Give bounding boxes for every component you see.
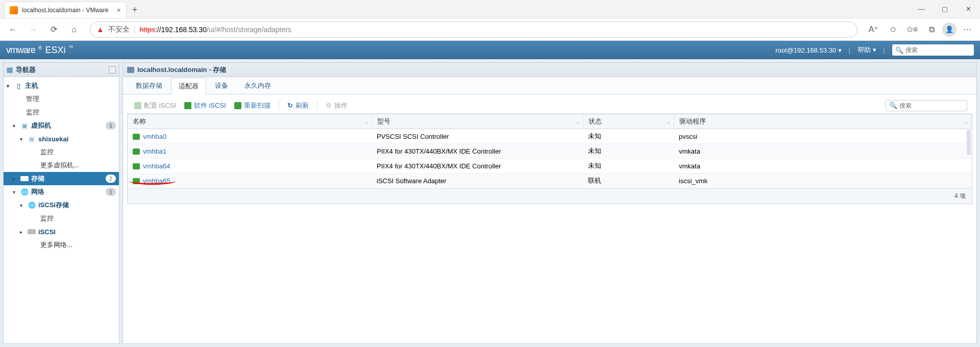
gear-icon: ⚙ (326, 102, 332, 109)
cell-name[interactable]: vmhba0 (128, 129, 372, 144)
nav-more-networks[interactable]: 更多网络... (4, 238, 119, 252)
table-search[interactable]: 🔍 (886, 100, 967, 111)
actions-button[interactable]: ⚙操作 (324, 100, 350, 111)
search-icon: 🔍 (889, 102, 897, 109)
read-aloud-icon[interactable]: A⁺ (865, 21, 882, 38)
new-tab-button[interactable]: + (127, 2, 143, 18)
url-bar[interactable]: ▲ 不安全 | https://192.168.53.30/ui/#/host/… (90, 21, 857, 38)
cell-name[interactable]: vmhba65 (128, 174, 372, 188)
table-footer: 4 项 (128, 188, 972, 204)
chevron-down-icon[interactable]: ⌄ (667, 119, 671, 125)
adapter-toolbar: 配置 iSCSI 软件 iSCSI 重新扫描 ↻刷新 ⚙操作 🔍 (127, 97, 972, 114)
table-search-input[interactable] (899, 102, 964, 109)
cell-model: PIIX4 for 430TX/440BX/MX IDE Controller (372, 144, 583, 159)
scrollbar-thumb[interactable] (967, 130, 971, 155)
cell-model: iSCSI Software Adapter (372, 174, 583, 188)
nav-host-monitor[interactable]: 监控 (4, 106, 119, 119)
rescan-button[interactable]: 重新扫描 (232, 100, 273, 111)
cell-model: PIIX4 for 430TX/440BX/MX IDE Controller (372, 159, 583, 174)
toolbar-separator (279, 101, 279, 110)
help-menu[interactable]: 帮助 ▾ (857, 45, 876, 55)
more-menu-icon[interactable]: ⋯ (959, 21, 976, 38)
navigator-icon: ▤ (7, 66, 13, 73)
navigator-collapse-icon[interactable] (109, 66, 116, 73)
tab-title: localhost.localdomain - VMware (22, 7, 108, 14)
nav-host-manage[interactable]: 管理 (4, 92, 119, 106)
iscsi-disk-icon (28, 228, 36, 235)
nav-network[interactable]: ▾网络1 (4, 185, 119, 199)
cell-name[interactable]: vmhba1 (128, 144, 372, 159)
workspace: ▤ 导航器 ▾主机 管理 监控 ▾虚拟机1 ▾shixuekai 监控 更多虚拟… (0, 59, 980, 347)
configure-iscsi-icon (134, 102, 141, 109)
col-driver[interactable]: 驱动程序⌄ (674, 114, 972, 129)
cell-status: 未知 (583, 144, 674, 159)
table-row[interactable]: vmhba65iSCSI Software Adapter联机iscsi_vmk (128, 174, 972, 188)
window-maximize[interactable]: ▢ (933, 0, 957, 18)
table-row[interactable]: vmhba64PIIX4 for 430TX/440BX/MX IDE Cont… (128, 159, 972, 174)
configure-iscsi-button[interactable]: 配置 iSCSI (132, 100, 178, 111)
tab-adapters[interactable]: 适配器 (171, 78, 206, 94)
table-row[interactable]: vmhba1PIIX4 for 430TX/440BX/MX IDE Contr… (128, 144, 972, 159)
url-path: /ui/#/host/storage/adapters (207, 26, 291, 34)
network-icon (20, 188, 29, 195)
chevron-down-icon[interactable]: ⌄ (364, 119, 369, 125)
nav-vms[interactable]: ▾虚拟机1 (4, 119, 119, 132)
nav-vm-shixuekai[interactable]: ▾shixuekai (4, 132, 119, 145)
browser-tab-strip: localhost.localdomain - VMware × + — ▢ ✕ (0, 0, 980, 18)
user-menu[interactable]: root@192.168.53.30 ▾ (775, 46, 841, 54)
cell-driver: vmkata (674, 159, 972, 174)
browser-tab[interactable]: localhost.localdomain - VMware × (4, 2, 127, 18)
cell-name[interactable]: vmhba64 (128, 159, 372, 174)
tab-devices[interactable]: 设备 (207, 77, 236, 94)
url-scheme: https (140, 26, 155, 34)
favorite-star-icon[interactable]: ✩ (884, 21, 901, 38)
table-header-row: 名称⌄ 型号⌄ 状态⌄ 驱动程序⌄ (128, 114, 972, 129)
tab-favicon (10, 6, 18, 14)
nav-forward-button[interactable]: → (24, 21, 42, 38)
global-search-input[interactable] (905, 46, 971, 54)
favorites-bar-icon[interactable]: ✩≡ (903, 21, 921, 38)
nav-iscsi[interactable]: ▸iSCSI (4, 225, 119, 238)
url-host: ://192.168.53.30 (155, 26, 207, 34)
collections-icon[interactable]: ⧉ (923, 21, 940, 38)
nav-host[interactable]: ▾主机 (4, 79, 119, 92)
tab-persistent-memory[interactable]: 永久内存 (237, 77, 279, 94)
col-model[interactable]: 型号⌄ (372, 114, 583, 129)
content-panel: localhost.localdomain - 存储 数据存储 适配器 设备 永… (122, 62, 977, 344)
host-icon (14, 82, 22, 89)
table-row[interactable]: vmhba0PVSCSI SCSI Controller未知pvscsi (128, 129, 972, 144)
esxi-logo: vmware ® ESXi ™ (6, 45, 73, 56)
person-icon: 👤 (945, 26, 953, 33)
nav-reload-button[interactable]: ⟳ (45, 21, 62, 38)
search-icon: 🔍 (895, 46, 903, 54)
nav-more-vms[interactable]: 更多虚拟机... (4, 159, 119, 172)
storage-icon (20, 175, 29, 182)
nav-iscsi-store[interactable]: ▾iSCSi存储 (4, 199, 119, 212)
chevron-down-icon[interactable]: ⌄ (576, 119, 580, 125)
tab-close-icon[interactable]: × (117, 6, 121, 14)
cell-status: 未知 (583, 129, 674, 144)
profile-avatar[interactable]: 👤 (942, 22, 957, 37)
refresh-button[interactable]: ↻刷新 (285, 100, 311, 111)
iscsi-store-icon (28, 202, 36, 209)
window-minimize[interactable]: — (910, 0, 933, 18)
nav-iscsi-monitor[interactable]: 监控 (4, 212, 119, 225)
cell-status: 联机 (583, 174, 674, 188)
nav-back-button[interactable]: ← (4, 21, 21, 38)
chevron-down-icon[interactable]: ⌄ (964, 119, 968, 125)
cell-model: PVSCSI SCSI Controller (372, 129, 583, 144)
adapter-icon (133, 134, 140, 140)
global-search[interactable]: 🔍 (892, 44, 974, 56)
content-tabs: 数据存储 适配器 设备 永久内存 (123, 77, 976, 94)
col-status[interactable]: 状态⌄ (583, 114, 674, 129)
col-name[interactable]: 名称⌄ (128, 114, 372, 129)
insecure-label: 不安全 (108, 25, 130, 34)
software-iscsi-button[interactable]: 软件 iSCSI (182, 100, 228, 111)
window-close[interactable]: ✕ (957, 0, 980, 18)
tab-datastores[interactable]: 数据存储 (128, 77, 170, 94)
nav-home-button[interactable]: ⌂ (65, 21, 83, 38)
nav-storage[interactable]: ▸存储2 (4, 172, 119, 185)
toolbar-separator (317, 101, 317, 110)
adapter-icon (133, 178, 140, 184)
nav-vm-monitor[interactable]: 监控 (4, 145, 119, 159)
